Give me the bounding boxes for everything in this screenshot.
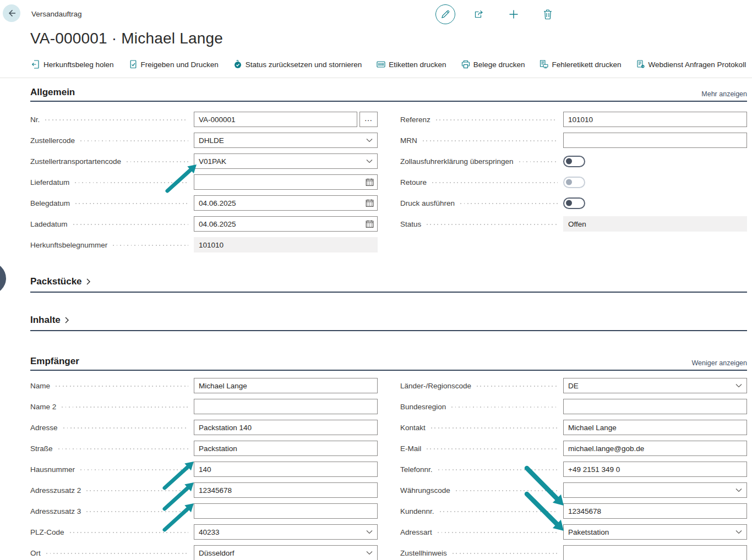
new-button[interactable]: [497, 4, 531, 25]
telefonnr-input[interactable]: [563, 462, 747, 477]
strasse-input[interactable]: [194, 441, 378, 456]
ort-select[interactable]: [194, 545, 378, 560]
lieferdatum-input[interactable]: [194, 174, 378, 190]
dotted-leader: [80, 140, 188, 141]
field-label: Name 2: [30, 403, 56, 411]
section-title-text: Inhalte: [30, 315, 61, 326]
name-input[interactable]: [194, 378, 378, 393]
empfaenger-right-column: Länder-/Regionscode Bundesregion Kontakt…: [400, 375, 747, 560]
waehrungscode-select[interactable]: [563, 482, 747, 498]
barcode-icon: [377, 60, 385, 69]
email-input[interactable]: [563, 441, 747, 456]
dotted-leader: [63, 427, 188, 429]
action-webservice-request-log[interactable]: Webdienst Anfragen Protokoll: [636, 60, 746, 69]
allgemein-left-column: Nr. … Zustellercode Zustellertransportar…: [30, 109, 378, 255]
dotted-leader: [440, 511, 558, 512]
adresszusatz2-input[interactable]: [194, 482, 378, 498]
section-packstuecke-title[interactable]: Packstücke: [30, 276, 91, 287]
action-print-error-label[interactable]: Fehleretikett drucken: [540, 60, 621, 69]
dotted-leader: [477, 386, 558, 387]
action-label: Belege drucken: [473, 61, 525, 69]
bundesregion-input[interactable]: [563, 399, 747, 414]
hausnummer-input[interactable]: [194, 462, 378, 477]
field-label: Druck ausführen: [400, 199, 455, 207]
zustellhinweis-input[interactable]: [563, 545, 747, 560]
field-label: Retoure: [400, 178, 427, 186]
action-print-labels[interactable]: Etiketten drucken: [377, 60, 446, 69]
adresse-input[interactable]: [194, 420, 378, 435]
dotted-leader: [70, 532, 188, 533]
action-toolbar: Herkunftsbeleg holen Freigeben und Druck…: [0, 57, 752, 78]
allgemein-right-column: Referenz MRN Zollausfuhrerklärung übersp…: [400, 109, 747, 255]
pencil-icon: [440, 9, 451, 20]
section-inhalte: Inhalte: [30, 315, 747, 331]
dotted-leader: [453, 553, 558, 554]
action-release-and-print[interactable]: Freigeben und Drucken: [129, 60, 219, 69]
dotted-leader: [436, 119, 558, 120]
calendar-icon[interactable]: [366, 178, 374, 186]
field-label: Telefonnr.: [400, 465, 433, 474]
action-label: Freigeben und Drucken: [141, 61, 219, 69]
assist-edit-button[interactable]: …: [359, 112, 378, 127]
zustellercode-select[interactable]: [194, 133, 378, 148]
action-label: Status zurücksetzen und stornieren: [246, 61, 362, 69]
share-button[interactable]: [462, 4, 497, 25]
action-print-documents[interactable]: Belege drucken: [461, 60, 525, 69]
mrn-input[interactable]: [563, 133, 747, 148]
field-label: Belegdatum: [30, 199, 70, 207]
calendar-icon[interactable]: [366, 199, 374, 207]
field-waehrungscode: Währungscode: [400, 480, 747, 501]
field-label: Zollausfuhrerklärung überspringen: [400, 157, 514, 166]
delete-button[interactable]: [531, 4, 565, 25]
druck-ausfuehren-toggle[interactable]: [563, 197, 585, 209]
kontakt-input[interactable]: [563, 420, 747, 435]
arrow-left-icon: [7, 8, 17, 18]
error-label-icon: [540, 60, 548, 69]
page-caption: Versandauftrag: [31, 10, 82, 18]
adressart-select[interactable]: [563, 524, 747, 540]
section-empfaenger: Empfänger Weniger anzeigen Name Name 2 A…: [30, 356, 747, 560]
section-allgemein-title[interactable]: Allgemein: [30, 87, 75, 98]
field-adressart: Adressart: [400, 521, 747, 542]
name2-input[interactable]: [194, 399, 378, 414]
field-name: Name: [30, 375, 378, 396]
status-badge: Offen: [563, 216, 747, 232]
dotted-leader: [451, 407, 558, 408]
show-less-link[interactable]: Weniger anzeigen: [691, 359, 747, 367]
calendar-icon[interactable]: [366, 220, 374, 228]
field-herkunftsbelegnummer: Herkunftsbelegnummer 101010: [30, 234, 378, 255]
field-retoure: Retoure: [400, 172, 747, 193]
field-label: Zustellertransportartencode: [30, 157, 121, 166]
zollausfuhr-toggle[interactable]: [563, 156, 585, 167]
dotted-leader: [113, 245, 188, 246]
section-title-text: Packstücke: [30, 276, 82, 287]
belegdatum-input[interactable]: [194, 195, 378, 211]
field-label: Hausnummer: [30, 465, 75, 474]
action-get-source-document[interactable]: Herkunftsbeleg holen: [31, 60, 114, 69]
action-reset-status-cancel[interactable]: Status zurücksetzen und stornieren: [233, 60, 362, 69]
kundennr-input[interactable]: [563, 503, 747, 519]
section-inhalte-title[interactable]: Inhalte: [30, 315, 69, 326]
back-button[interactable]: [3, 4, 20, 22]
chevron-right-icon: [86, 278, 91, 286]
plz-code-select[interactable]: [194, 524, 378, 540]
retoure-toggle: [563, 177, 585, 188]
trash-icon: [543, 9, 553, 20]
side-panel-handle[interactable]: [0, 262, 6, 294]
field-nr: Nr. …: [30, 109, 378, 130]
ladedatum-input[interactable]: [194, 216, 378, 232]
printer-icon: [461, 60, 470, 69]
field-label: Referenz: [400, 116, 431, 124]
zustellertransportartencode-select[interactable]: [194, 153, 378, 169]
chevron-right-icon: [64, 316, 69, 324]
referenz-input[interactable]: [563, 112, 747, 127]
edit-button[interactable]: [428, 4, 462, 25]
field-bundesregion: Bundesregion: [400, 396, 747, 417]
adresszusatz3-input[interactable]: [194, 503, 378, 519]
field-label: Kundennr.: [400, 507, 434, 515]
section-empfaenger-title[interactable]: Empfänger: [30, 356, 79, 367]
document-check-icon: [129, 60, 138, 69]
laender-regionscode-select[interactable]: [563, 378, 747, 393]
show-more-link[interactable]: Mehr anzeigen: [701, 90, 747, 98]
nr-input[interactable]: [194, 112, 357, 127]
